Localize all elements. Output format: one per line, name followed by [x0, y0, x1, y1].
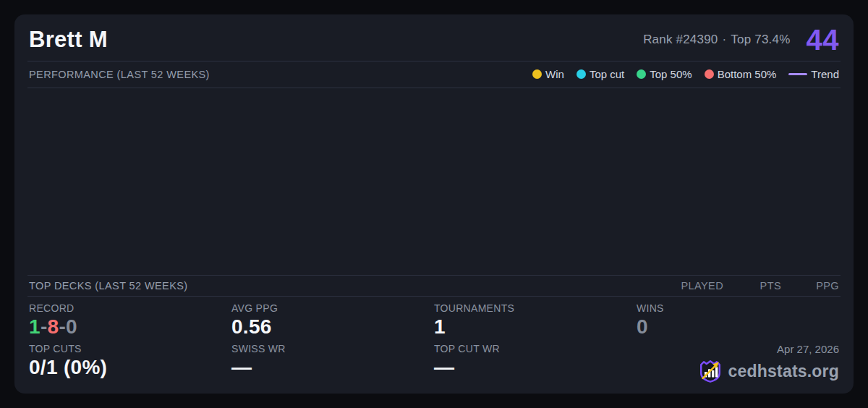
- cedhstats-logo-icon: [698, 359, 723, 383]
- stat-top-cuts: TOP CUTS 0/1 (0%): [29, 343, 231, 383]
- stat-tournaments: TOURNAMENTS 1: [434, 302, 637, 337]
- wins-value: 0: [637, 316, 839, 337]
- record-losses: 8: [48, 315, 59, 338]
- rank-separator: ·: [722, 33, 726, 46]
- legend-item-top-cut: Top cut: [576, 68, 624, 80]
- performance-chart: [27, 88, 841, 276]
- stats-grid: RECORD 1-8-0 AVG PPG 0.56 TOURNAMENTS 1 …: [27, 302, 841, 383]
- win-dot-icon: [532, 69, 542, 79]
- stat-label: TOURNAMENTS: [434, 302, 637, 314]
- points-value: 44: [807, 26, 840, 54]
- top-decks-section-title: TOP DECKS (LAST 52 WEEKS): [29, 280, 188, 292]
- performance-header-row: PERFORMANCE (LAST 52 WEEKS) Win Top cut …: [27, 61, 841, 88]
- stat-avg-ppg: AVG PPG 0.56: [231, 302, 434, 337]
- record-value: 1-8-0: [29, 316, 231, 337]
- avg-ppg-value: 0.56: [231, 316, 434, 337]
- chart-legend: Win Top cut Top 50% Bottom 50% Trend: [532, 68, 839, 80]
- stat-label: SWISS WR: [231, 343, 434, 354]
- footer-cell: Apr 27, 2026 cedhstats.org: [637, 343, 839, 383]
- legend-label: Win: [545, 68, 564, 80]
- stat-label: TOP CUTS: [29, 343, 231, 354]
- brand-name: cedhstats.org: [728, 362, 839, 381]
- column-header-ppg: PPG: [781, 280, 839, 292]
- player-name: Brett M: [29, 27, 108, 52]
- record-dash: -: [41, 315, 48, 338]
- top-cuts-value: 0/1 (0%): [29, 357, 231, 378]
- player-stats-card: Brett M Rank #24390·Top 73.4% 44 PERFORM…: [14, 14, 854, 394]
- top-cut-wr-value: —: [434, 357, 637, 378]
- legend-item-trend: Trend: [788, 68, 839, 80]
- top-decks-header-row: TOP DECKS (LAST 52 WEEKS) PLAYED PTS PPG: [27, 276, 841, 297]
- stat-wins: WINS 0: [637, 302, 839, 337]
- legend-label: Bottom 50%: [718, 68, 777, 80]
- rank-text: Rank #24390·Top 73.4%: [643, 33, 790, 47]
- rank-group: Rank #24390·Top 73.4% 44: [643, 26, 839, 54]
- top-decks-columns: PLAYED PTS PPG: [665, 280, 839, 292]
- stat-label: RECORD: [29, 302, 231, 314]
- record-dash: -: [59, 315, 66, 338]
- column-header-played: PLAYED: [665, 280, 723, 292]
- brand-row: cedhstats.org: [698, 359, 839, 383]
- top-50-dot-icon: [637, 69, 646, 79]
- bottom-50-dot-icon: [705, 69, 714, 79]
- legend-item-win: Win: [532, 68, 564, 80]
- column-header-pts: PTS: [723, 280, 781, 292]
- trend-line-icon: [788, 73, 807, 75]
- legend-item-bottom-50: Bottom 50%: [705, 68, 777, 80]
- stat-label: AVG PPG: [231, 302, 434, 314]
- top-percent-label: Top 73.4%: [731, 33, 790, 46]
- swiss-wr-value: —: [231, 357, 434, 378]
- legend-item-top-50: Top 50%: [637, 68, 692, 80]
- tournaments-value: 1: [434, 316, 637, 337]
- report-date: Apr 27, 2026: [777, 343, 839, 355]
- top-cut-dot-icon: [576, 69, 586, 79]
- rank-label: Rank #24390: [643, 33, 718, 46]
- card-header: Brett M Rank #24390·Top 73.4% 44: [27, 23, 841, 61]
- record-draws: 0: [66, 315, 77, 338]
- legend-label: Trend: [811, 68, 839, 80]
- stat-label: WINS: [637, 302, 839, 314]
- stat-top-cut-wr: TOP CUT WR —: [434, 343, 637, 383]
- legend-label: Top cut: [590, 68, 624, 80]
- record-wins: 1: [29, 315, 41, 338]
- legend-label: Top 50%: [650, 68, 692, 80]
- stat-record: RECORD 1-8-0: [29, 302, 231, 337]
- stat-swiss-wr: SWISS WR —: [231, 343, 434, 383]
- stat-label: TOP CUT WR: [434, 343, 637, 354]
- performance-section-title: PERFORMANCE (LAST 52 WEEKS): [29, 69, 210, 80]
